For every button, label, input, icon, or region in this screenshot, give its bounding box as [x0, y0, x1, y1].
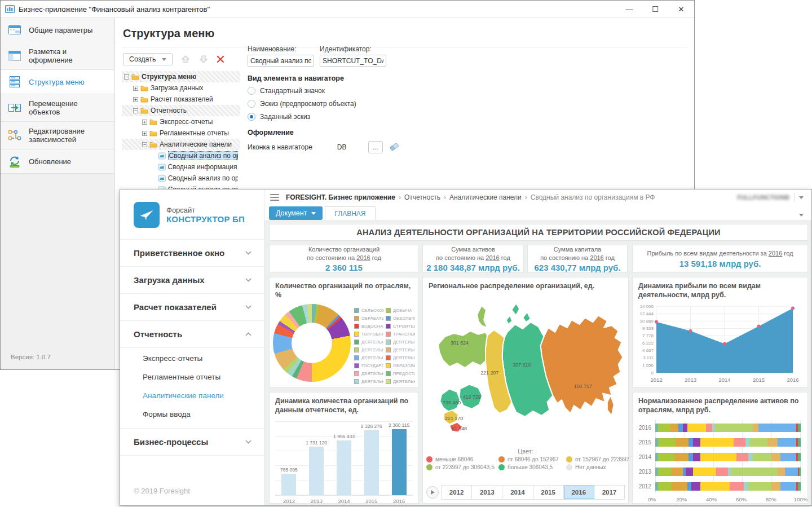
data-point[interactable]	[791, 307, 795, 310]
bar[interactable]	[337, 440, 351, 495]
data-point[interactable]	[689, 329, 692, 333]
timeline-year-2014[interactable]: 2014	[502, 486, 533, 499]
document-menu-button[interactable]: Документ	[269, 206, 323, 220]
collapse-icon[interactable]: −	[124, 74, 129, 80]
bar[interactable]	[392, 429, 407, 495]
expand-icon[interactable]: +	[133, 97, 138, 102]
stacked-segment[interactable]	[671, 482, 687, 491]
move-down-button[interactable]	[198, 54, 209, 64]
map-legend-item-0[interactable]: меньше 68046	[426, 456, 498, 462]
tree-row-9[interactable]: Сводный анализ по орган	[122, 173, 240, 184]
stacked-segment[interactable]	[731, 468, 778, 476]
map-region-northwest[interactable]	[438, 331, 487, 368]
timeline-year-2016[interactable]: 2016	[564, 486, 594, 499]
radio-option-1[interactable]: Эскиз (предпросмотр объекта)	[248, 100, 428, 108]
timeline-year-2013[interactable]: 2013	[472, 486, 502, 499]
stacked-segment[interactable]	[780, 482, 796, 491]
map-legend-item-3[interactable]: от 223997 до 306043,5	[426, 464, 498, 470]
stacked-segment[interactable]	[771, 453, 780, 461]
stacked-segment[interactable]	[658, 453, 674, 461]
stacked-segment[interactable]	[798, 482, 801, 491]
bar[interactable]	[309, 447, 324, 495]
timeline-year-2012[interactable]: 2012	[442, 486, 472, 499]
timeline-year-2015[interactable]: 2015	[533, 486, 564, 499]
tree-row-8[interactable]: Сводная информация по о	[122, 161, 240, 173]
nav-group-3[interactable]: Отчетность	[120, 321, 264, 348]
hamburger-menu-icon[interactable]	[270, 194, 279, 201]
collapse-icon[interactable]: −	[133, 108, 138, 113]
tree-row-6[interactable]: −Аналитические панели	[122, 139, 240, 150]
close-button[interactable]: ✕	[668, 1, 694, 17]
breadcrumb-item-3[interactable]: Сводный анализ по организациям в РФ	[531, 193, 655, 201]
tabs-overflow-chevron-icon[interactable]	[799, 214, 804, 220]
play-button[interactable]	[426, 486, 439, 499]
bar[interactable]	[364, 430, 379, 495]
data-point[interactable]	[723, 342, 726, 346]
nav-group-0[interactable]: Приветственное окно	[120, 240, 264, 267]
stacked-segment[interactable]	[658, 468, 671, 476]
sidebar-item-0[interactable]: Общие параметры	[1, 18, 114, 42]
radio-icon[interactable]	[248, 87, 255, 95]
bar[interactable]	[281, 474, 296, 495]
stacked-segment[interactable]	[748, 453, 753, 461]
stacked-segment[interactable]	[674, 453, 689, 461]
map-island-3[interactable]	[506, 315, 513, 324]
delete-button[interactable]	[217, 55, 224, 63]
stacked-segment[interactable]	[700, 438, 734, 447]
collapse-icon[interactable]: −	[142, 142, 147, 147]
radio-icon[interactable]	[248, 100, 255, 108]
radio-option-0[interactable]: Стандартный значок	[248, 87, 428, 95]
tree-row-4[interactable]: +Экспресс-отчеты	[122, 116, 240, 127]
tree-row-0[interactable]: −Структура меню	[122, 71, 240, 82]
maximize-button[interactable]: ☐	[642, 1, 668, 17]
stacked-segment[interactable]	[745, 438, 750, 447]
nav-subitem-2[interactable]: Аналитические панели	[120, 386, 264, 405]
stacked-segment[interactable]	[716, 468, 728, 476]
stacked-segment[interactable]	[686, 468, 693, 476]
stacked-segment[interactable]	[753, 424, 758, 432]
tree-row-7[interactable]: Сводный анализ по орган	[122, 150, 240, 161]
stacked-segment[interactable]	[676, 438, 689, 447]
stacked-segment[interactable]	[758, 424, 796, 432]
stacked-segment[interactable]	[780, 453, 796, 461]
radio-selected-icon[interactable]	[248, 113, 255, 121]
stacked-segment[interactable]	[778, 438, 797, 447]
stacked-segment[interactable]	[658, 482, 671, 491]
data-point[interactable]	[757, 325, 761, 328]
nav-group-2[interactable]: Расчет показателей	[120, 294, 264, 321]
tree-row-1[interactable]: +Загрузка данных	[122, 82, 240, 94]
stacked-segment[interactable]	[799, 468, 801, 476]
stacked-segment[interactable]	[658, 438, 676, 447]
stacked-segment[interactable]	[748, 482, 771, 491]
clear-icon-button[interactable]	[389, 142, 400, 153]
sidebar-item-3[interactable]: Перемещение объектов	[1, 94, 114, 122]
map-island-2[interactable]	[523, 312, 531, 322]
stacked-segment[interactable]	[700, 453, 737, 461]
map-legend-item-4[interactable]: больше 306043,5	[498, 464, 566, 470]
stacked-segment[interactable]	[778, 468, 785, 476]
tree-row-3[interactable]: −Отчетность	[122, 105, 240, 116]
stacked-segment[interactable]	[798, 453, 801, 461]
map-region-sakhalin[interactable]	[607, 395, 614, 415]
stacked-segment[interactable]	[750, 438, 767, 447]
map-island-1[interactable]	[511, 303, 519, 315]
stacked-segment[interactable]	[736, 453, 748, 461]
stacked-segment[interactable]	[689, 438, 693, 447]
stacked-segment[interactable]	[744, 482, 748, 491]
data-point[interactable]	[655, 320, 658, 324]
move-up-button[interactable]	[180, 54, 191, 64]
stacked-segment[interactable]	[670, 424, 678, 432]
tree-row-2[interactable]: +Расчет показателей	[122, 94, 240, 105]
timeline-year-2017[interactable]: 2017	[594, 486, 624, 499]
user-name[interactable]: FULLFUNCTIONB	[737, 194, 789, 201]
nav-group-1[interactable]: Загрузка данных	[120, 267, 264, 294]
stacked-segment[interactable]	[693, 453, 700, 461]
stacked-segment[interactable]	[691, 482, 700, 491]
stacked-segment[interactable]	[687, 482, 692, 491]
map-legend-item-5[interactable]: Нет данных	[566, 464, 625, 470]
identifier-input[interactable]	[320, 55, 386, 67]
nav-subitem-1[interactable]: Регламентные отчеты	[120, 368, 264, 386]
stacked-segment[interactable]	[693, 468, 716, 476]
kpi-year-link[interactable]: 2016	[590, 254, 603, 261]
stacked-segment[interactable]	[706, 424, 712, 432]
